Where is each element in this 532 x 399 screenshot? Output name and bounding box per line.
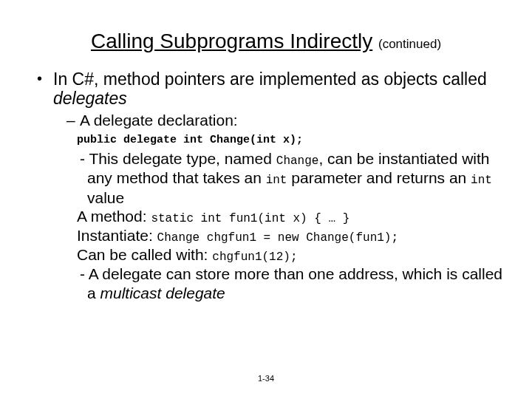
- para-3: Instantiate: Change chgfun1 = new Change…: [77, 226, 502, 245]
- p1-code2: int: [266, 174, 287, 187]
- slide-title: Calling Subprograms Indirectly (continue…: [30, 30, 502, 53]
- sub-item-1: A delegate declaration:: [66, 112, 502, 129]
- p3-code: Change chgfun1 = new Change(fun1);: [157, 231, 398, 245]
- p4-a: Can be called with:: [77, 246, 212, 263]
- p5-b: multicast delegate: [100, 284, 225, 301]
- para-2: A method: static int fun1(int x) { … }: [77, 207, 502, 226]
- para-5: - A delegate can store more than one add…: [77, 265, 502, 301]
- p4-code: chgfun1(12);: [212, 250, 297, 264]
- p3-a: Instantiate:: [77, 227, 157, 244]
- para-4: Can be called with: chgfun1(12);: [77, 245, 502, 265]
- bullet-item-1: In C#, method pointers are implemented a…: [37, 69, 502, 302]
- p1-code1: Change: [276, 154, 319, 168]
- bullet1-text-a: In C#, method pointers are implemented a…: [53, 69, 487, 89]
- p1-a: - This delegate type, named: [80, 150, 276, 167]
- p1-c: parameter and returns an: [287, 169, 471, 186]
- slide-body: In C#, method pointers are implemented a…: [30, 69, 502, 302]
- title-sub: (continued): [378, 37, 441, 51]
- slide: Calling Subprograms Indirectly (continue…: [0, 0, 532, 399]
- p1-d: value: [87, 189, 124, 206]
- code-declaration: public delegate int Change(int x);: [77, 134, 502, 146]
- bullet1-text-b: delegates: [53, 89, 127, 108]
- p2-a: A method:: [77, 208, 151, 225]
- bullet-list-2: A delegate declaration:: [53, 112, 502, 129]
- page-number: 1-34: [0, 374, 532, 383]
- p2-code: static int fun1(int x) { … }: [151, 212, 349, 225]
- bullet-list-1: In C#, method pointers are implemented a…: [30, 69, 502, 302]
- sub1-text: A delegate declaration:: [80, 112, 238, 129]
- para-1: - This delegate type, named Change, can …: [77, 149, 502, 207]
- title-main: Calling Subprograms Indirectly: [91, 30, 372, 52]
- sub-body: - This delegate type, named Change, can …: [77, 149, 502, 302]
- p1-code3: int: [471, 174, 492, 187]
